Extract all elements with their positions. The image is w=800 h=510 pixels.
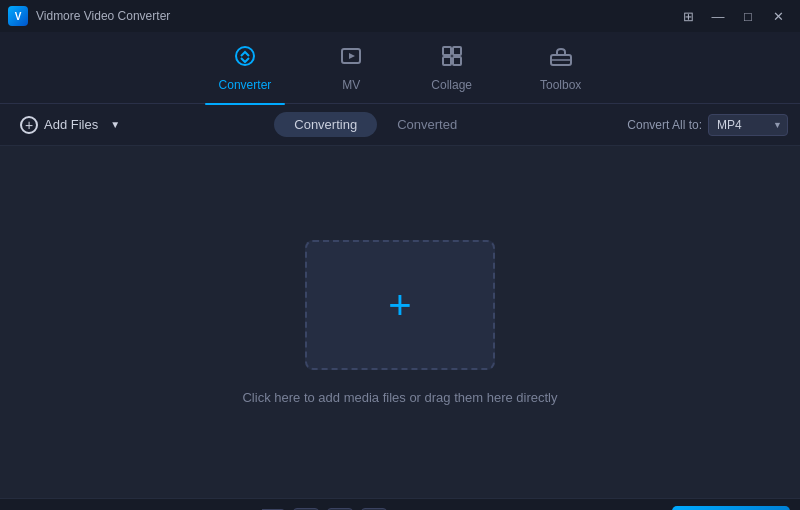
bottom-bar: Save to: ▼ ▼ Merge into one file Convert… [0, 498, 800, 510]
toolbox-icon [549, 44, 573, 74]
main-content: + Click here to add media files or drag … [0, 146, 800, 498]
svg-rect-3 [453, 47, 461, 55]
minimize-button[interactable]: — [704, 6, 732, 26]
fullscreen-button[interactable]: ⊞ [674, 6, 702, 26]
collage-icon [440, 44, 464, 74]
toolbar: + Add Files ▼ Converting Converted Conve… [0, 104, 800, 146]
add-files-dropdown-button[interactable]: ▼ [106, 113, 124, 136]
convert-all-button[interactable]: Convert All [672, 506, 790, 511]
nav-tabs: Converter MV Collage [0, 32, 800, 104]
add-media-icon: + [388, 285, 411, 325]
mv-icon [339, 44, 363, 74]
svg-rect-4 [443, 57, 451, 65]
svg-rect-2 [443, 47, 451, 55]
sub-tab-converting[interactable]: Converting [274, 112, 377, 137]
tab-converter[interactable]: Converter [205, 38, 286, 98]
converter-tab-label: Converter [219, 78, 272, 92]
convert-all-to-label: Convert All to: [627, 118, 702, 132]
window-controls: ⊞ — □ ✕ [674, 6, 792, 26]
close-button[interactable]: ✕ [764, 6, 792, 26]
add-files-label: Add Files [44, 117, 98, 132]
tab-toolbox[interactable]: Toolbox [526, 38, 595, 98]
collage-tab-label: Collage [431, 78, 472, 92]
sub-tab-group: Converting Converted [124, 112, 627, 137]
svg-rect-5 [453, 57, 461, 65]
format-select[interactable]: MP4 MKV AVI MOV WMV [708, 114, 788, 136]
format-select-wrapper: MP4 MKV AVI MOV WMV ▼ [708, 114, 788, 136]
tab-mv[interactable]: MV [325, 38, 377, 98]
app-title: Vidmore Video Converter [36, 9, 170, 23]
sub-tab-converted[interactable]: Converted [377, 112, 477, 137]
title-bar: V Vidmore Video Converter ⊞ — □ ✕ [0, 0, 800, 32]
maximize-button[interactable]: □ [734, 6, 762, 26]
title-left: V Vidmore Video Converter [8, 6, 170, 26]
tab-collage[interactable]: Collage [417, 38, 486, 98]
converter-icon [233, 44, 257, 74]
drop-zone[interactable]: + [305, 240, 495, 370]
drop-hint-text: Click here to add media files or drag th… [242, 390, 557, 405]
add-files-button[interactable]: + Add Files [12, 110, 106, 140]
mv-tab-label: MV [342, 78, 360, 92]
add-files-icon: + [20, 116, 38, 134]
toolbox-tab-label: Toolbox [540, 78, 581, 92]
app-logo: V [8, 6, 28, 26]
